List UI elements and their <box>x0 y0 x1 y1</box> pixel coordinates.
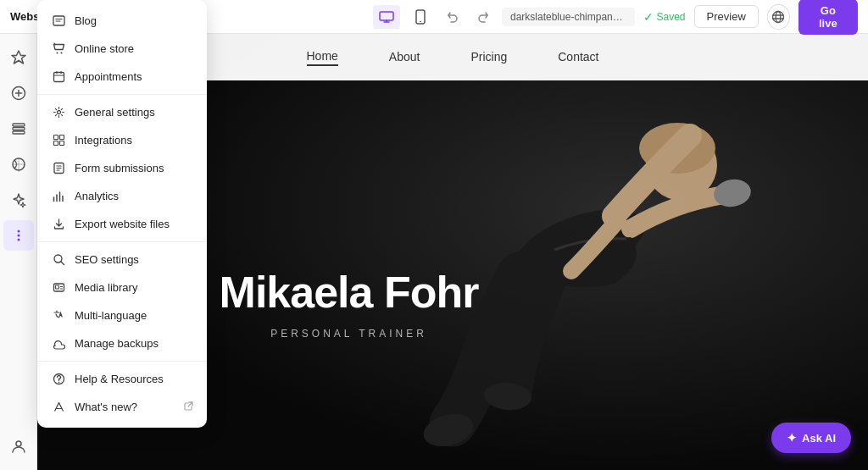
menu-item-seo-label: SEO settings <box>75 253 139 266</box>
menu-item-general-settings[interactable]: General settings <box>37 98 207 126</box>
topbar-right: darkslateblue-chimpanzee-... ✓ Saved Pre… <box>502 0 858 35</box>
svg-point-12 <box>17 239 19 241</box>
svg-point-3 <box>773 11 784 22</box>
menu-item-online-store[interactable]: Online store <box>37 35 207 63</box>
menu-item-language-label: Multi-language <box>75 309 147 322</box>
saved-label: Saved <box>657 11 686 23</box>
preview-button[interactable]: Preview <box>694 5 759 28</box>
device-switcher <box>373 5 495 29</box>
menu-item-blog[interactable]: Blog <box>37 7 207 35</box>
logo-icon-button[interactable] <box>3 42 34 73</box>
language-button[interactable] <box>767 4 790 30</box>
menu-item-export[interactable]: Export website files <box>37 210 207 238</box>
seo-icon <box>51 253 66 266</box>
check-icon: ✓ <box>643 10 654 24</box>
svg-rect-7 <box>13 128 25 130</box>
ask-ai-label: Ask AI <box>802 432 836 445</box>
media-library-icon <box>51 281 66 294</box>
svg-rect-22 <box>59 141 64 146</box>
menu-item-blog-label: Blog <box>75 14 97 27</box>
menu-item-forms-label: Form submissions <box>75 162 164 174</box>
theme-button[interactable] <box>3 149 34 180</box>
svg-point-10 <box>17 230 19 233</box>
svg-rect-20 <box>59 135 64 140</box>
menu-item-multi-language[interactable]: Multi-language <box>37 301 207 329</box>
more-menu-button[interactable] <box>3 220 34 251</box>
svg-point-2 <box>420 20 421 22</box>
nav-link-about[interactable]: About <box>389 50 420 65</box>
backups-icon <box>51 337 66 350</box>
blog-icon <box>51 14 66 27</box>
svg-rect-26 <box>55 285 58 289</box>
menu-item-integrations-label: Integrations <box>75 134 132 147</box>
appointments-icon <box>51 70 66 83</box>
menu-item-integrations[interactable]: Integrations <box>37 126 207 154</box>
ai-button[interactable] <box>3 185 34 215</box>
help-icon <box>51 373 66 385</box>
nav-link-home[interactable]: Home <box>307 49 338 66</box>
svg-rect-17 <box>53 73 64 82</box>
form-submissions-icon <box>51 162 66 174</box>
menu-item-form-submissions[interactable]: Form submissions <box>37 154 207 182</box>
svg-rect-6 <box>13 124 25 126</box>
ask-ai-button[interactable]: ✦ Ask AI <box>771 423 851 453</box>
menu-item-whats-new[interactable]: What's new? <box>37 393 207 421</box>
menu-item-seo[interactable]: SEO settings <box>37 246 207 274</box>
add-element-button[interactable] <box>3 78 34 108</box>
svg-point-11 <box>17 235 19 237</box>
menu-item-media-label: Media library <box>75 281 137 294</box>
menu-item-analytics[interactable]: Analytics <box>37 182 207 210</box>
svg-point-4 <box>776 11 781 22</box>
menu-item-store-label: Online store <box>75 42 134 55</box>
whats-new-icon <box>51 401 66 413</box>
saved-status: ✓ Saved <box>643 10 686 24</box>
main-layout: Blog Online store Appointments General s… <box>0 34 868 470</box>
menu-item-media[interactable]: Media library <box>37 274 207 301</box>
menu-divider-2 <box>37 241 207 242</box>
menu-item-general-settings-label: General settings <box>75 106 155 119</box>
account-button[interactable] <box>3 431 34 462</box>
general-settings-icon <box>51 106 66 119</box>
menu-item-export-label: Export website files <box>75 218 170 230</box>
svg-point-13 <box>16 441 21 446</box>
menu-divider-1 <box>37 94 207 95</box>
svg-point-28 <box>58 382 59 384</box>
menu-item-backups[interactable]: Manage backups <box>37 329 207 357</box>
menu-item-backups-label: Manage backups <box>75 337 159 350</box>
layers-button[interactable] <box>3 113 34 144</box>
sidebar-bottom <box>3 431 34 462</box>
online-store-icon <box>51 42 66 55</box>
menu-item-help[interactable]: Help & Resources <box>37 365 207 393</box>
menu-item-help-label: Help & Resources <box>75 373 164 385</box>
mobile-device-button[interactable] <box>407 5 434 29</box>
stars-icon: ✦ <box>787 431 797 445</box>
svg-point-16 <box>60 53 62 54</box>
menu-item-whats-new-label: What's new? <box>75 401 137 413</box>
menu-item-analytics-label: Analytics <box>75 190 119 202</box>
menu-item-appointments[interactable]: Appointments <box>37 63 207 91</box>
desktop-device-button[interactable] <box>373 5 400 29</box>
nav-link-pricing[interactable]: Pricing <box>470 50 507 65</box>
integrations-icon <box>51 134 66 147</box>
site-url: darkslateblue-chimpanzee-... <box>502 8 635 26</box>
left-sidebar <box>0 34 37 470</box>
menu-divider-3 <box>37 361 207 362</box>
more-dropdown-menu: Blog Online store Appointments General s… <box>37 0 207 428</box>
svg-point-18 <box>57 111 60 114</box>
svg-rect-19 <box>53 135 58 140</box>
multi-language-icon <box>51 309 66 322</box>
svg-point-15 <box>56 53 58 54</box>
external-link-icon <box>184 401 193 412</box>
svg-rect-21 <box>53 141 58 146</box>
analytics-icon <box>51 190 66 202</box>
svg-rect-8 <box>13 131 25 134</box>
undo-button[interactable] <box>441 5 465 29</box>
svg-rect-0 <box>380 12 393 20</box>
export-icon <box>51 218 66 230</box>
redo-button[interactable] <box>471 5 495 29</box>
nav-link-contact[interactable]: Contact <box>558 50 598 65</box>
menu-item-appointments-label: Appointments <box>75 70 142 83</box>
go-live-button[interactable]: Go live <box>798 0 858 35</box>
